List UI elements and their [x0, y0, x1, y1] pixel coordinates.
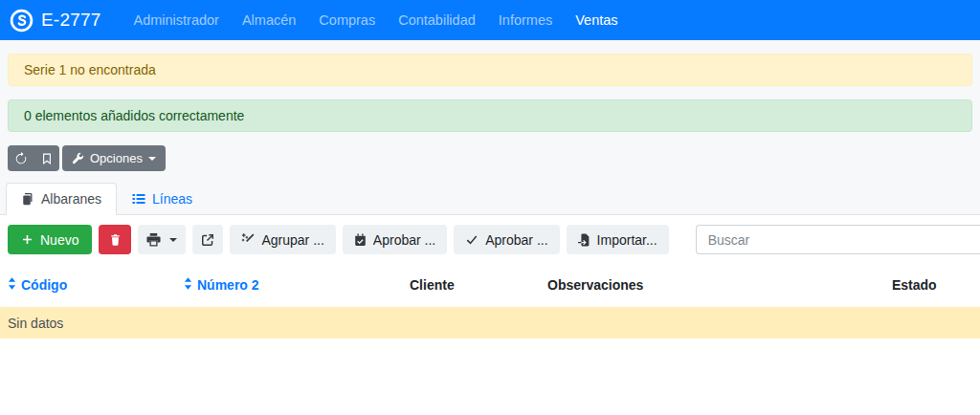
file-import-icon [578, 233, 590, 247]
delete-button[interactable] [99, 225, 131, 254]
column-header-codigo: Código [0, 263, 176, 307]
caret-down-icon [169, 238, 177, 242]
tab-bar: Albaranes Líneas [0, 183, 980, 215]
page: E-2777 Administrador Almacén Compras Con… [0, 0, 980, 415]
approve-calendar-label: Aprobar ... [373, 232, 435, 248]
print-dropdown-button[interactable] [138, 225, 186, 254]
printer-icon [146, 232, 161, 247]
new-button-label: Nuevo [40, 232, 78, 248]
copy-icon [21, 192, 34, 206]
facturascripts-logo-icon [10, 9, 33, 33]
column-header-observaciones: Observaciones [540, 263, 884, 307]
column-label: Número 2 [197, 277, 259, 293]
success-alert: 0 elementos añadidos correctamente [8, 99, 972, 132]
bookmark-button[interactable] [33, 145, 59, 171]
group-button[interactable]: Agrupar ... [230, 225, 335, 254]
nav-item-almacen[interactable]: Almacén [231, 0, 307, 40]
column-header-estado: Estado [884, 263, 980, 307]
brand[interactable]: E-2777 [10, 9, 100, 33]
records-table: Código Número 2 Clien [0, 263, 980, 339]
bookmark-icon [41, 152, 53, 165]
import-button-label: Importar... [597, 232, 657, 248]
external-link-icon [201, 233, 214, 247]
list-icon [132, 192, 145, 206]
column-label: Código [21, 277, 67, 293]
list-toolbar: Nuevo [0, 215, 980, 263]
upper-section: Serie 1 no encontrada 0 elementos añadid… [0, 40, 980, 215]
empty-message: Sin datos [0, 307, 980, 339]
search-input[interactable] [696, 225, 980, 254]
trash-icon [109, 233, 122, 247]
column-header-numero2: Número 2 [176, 263, 402, 307]
tab-lineas-label: Líneas [152, 191, 192, 207]
sort-numero2-link[interactable]: Número 2 [184, 277, 259, 293]
top-navbar: E-2777 Administrador Almacén Compras Con… [0, 0, 980, 40]
sort-icon [184, 277, 192, 293]
caret-down-icon [148, 157, 156, 161]
import-button[interactable]: Importar... [567, 225, 669, 254]
approve-check-button[interactable]: Aprobar ... [454, 225, 559, 254]
nav-item-contabilidad[interactable]: Contabilidad [387, 0, 487, 40]
plus-icon [21, 233, 33, 246]
brand-text: E-2777 [41, 10, 100, 31]
options-label: Opciones [90, 151, 143, 165]
sort-icon [8, 277, 16, 293]
check-icon [465, 233, 479, 246]
nav-item-administrador[interactable]: Administrador [122, 0, 230, 40]
nav-item-informes[interactable]: Informes [487, 0, 564, 40]
content-panel: Nuevo [0, 215, 980, 415]
calendar-check-icon [354, 233, 367, 247]
external-link-button[interactable] [192, 225, 223, 254]
refresh-button[interactable] [8, 145, 33, 171]
approve-calendar-button[interactable]: Aprobar ... [343, 225, 447, 254]
sort-codigo-link[interactable]: Código [8, 277, 67, 293]
nav-item-compras[interactable]: Compras [307, 0, 387, 40]
wrench-icon [72, 152, 84, 164]
group-button-label: Agrupar ... [261, 232, 323, 248]
nav-item-ventas[interactable]: Ventas [564, 0, 629, 40]
warning-alert: Serie 1 no encontrada [8, 54, 972, 86]
options-dropdown-button[interactable]: Opciones [62, 145, 166, 171]
refresh-icon [14, 152, 28, 165]
tab-albaranes-label: Albaranes [41, 191, 101, 207]
empty-row: Sin datos [0, 307, 980, 339]
action-bar: Opciones [8, 145, 972, 171]
table-header-row: Código Número 2 Clien [0, 263, 980, 307]
tab-lineas[interactable]: Líneas [117, 183, 208, 215]
magic-wand-icon [241, 233, 255, 247]
new-button[interactable]: Nuevo [8, 225, 92, 254]
column-header-cliente: Cliente [402, 263, 540, 307]
approve-check-label: Aprobar ... [485, 232, 547, 248]
tab-albaranes[interactable]: Albaranes [6, 183, 117, 215]
